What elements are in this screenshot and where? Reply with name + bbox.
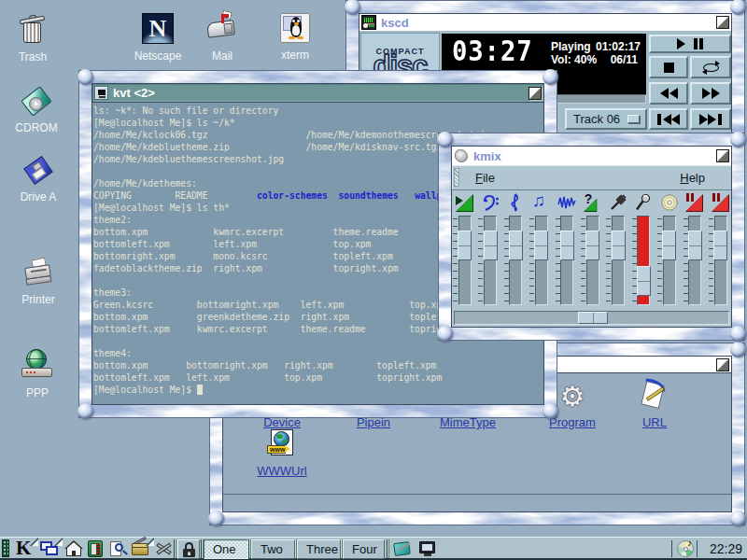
rewind-button[interactable]: [649, 82, 688, 105]
bass-icon[interactable]: [481, 193, 500, 212]
volume-slider[interactable]: [529, 216, 554, 305]
desktop-icon-xterm[interactable]: xterm: [276, 13, 314, 62]
panel-handle[interactable]: [2, 539, 9, 557]
slider-handle[interactable]: [662, 231, 676, 260]
desktop-icon-label: Trash: [9, 50, 56, 63]
kfm-item-url[interactable]: URL: [617, 381, 692, 430]
track-selector[interactable]: Track 06: [565, 108, 647, 130]
desktop-icon-ppp[interactable]: PPP: [11, 349, 63, 399]
slider-groove: [688, 216, 701, 305]
wave-icon[interactable]: [557, 193, 576, 212]
tray-separator: [671, 540, 672, 557]
slider-handle[interactable]: [713, 231, 727, 260]
treble-icon[interactable]: [506, 193, 525, 212]
slider-handle[interactable]: [560, 231, 574, 260]
pager-desktop-four[interactable]: Four: [343, 539, 385, 559]
url-icon: [638, 381, 671, 412]
volume-slider[interactable]: [656, 216, 682, 305]
desktop: Trash CDROM Drive A Printer PPP N Netsca…: [0, 0, 747, 560]
lcd-status: Playing: [551, 40, 591, 53]
maximize-button[interactable]: [716, 16, 729, 29]
window-list-button[interactable]: [39, 539, 60, 558]
settings-button[interactable]: [154, 539, 175, 558]
next-track-button[interactable]: [690, 108, 731, 130]
slider-handle[interactable]: [534, 231, 548, 260]
pager-desktop-three[interactable]: Three: [297, 539, 341, 559]
desktop-icon-printer[interactable]: Printer: [15, 258, 62, 306]
phonebook-button[interactable]: [86, 539, 106, 558]
desktop-icon-label: Mail: [204, 49, 241, 63]
volume-slider[interactable]: [605, 216, 630, 305]
next-track-icon: [699, 114, 708, 125]
home-button[interactable]: [63, 539, 84, 558]
microphone-icon[interactable]: [634, 193, 653, 212]
corner-bump: [543, 403, 558, 419]
volume-slider[interactable]: [452, 216, 477, 305]
slider-handle[interactable]: [612, 231, 626, 260]
tray-kscd[interactable]: ♪: [676, 539, 697, 558]
panel-separator: [387, 539, 389, 558]
taskbar-clock: 22:29: [710, 541, 742, 556]
menubar-handle[interactable]: [454, 168, 459, 187]
kscd-titlebar[interactable]: kscd: [359, 14, 731, 31]
previous-track-button[interactable]: [649, 108, 688, 130]
fast-forward-button[interactable]: [690, 82, 731, 105]
muted-icon[interactable]: [712, 193, 730, 212]
menu-file[interactable]: File: [475, 171, 495, 185]
scrollbar-thumb[interactable]: [578, 312, 608, 324]
terminal-output: ls: ~k*: No such file or directory[Me@lo…: [93, 105, 497, 396]
utilities-button[interactable]: [131, 539, 151, 558]
taskbar-app-kvt[interactable]: [417, 539, 438, 558]
taskbar-app-kjots[interactable]: [393, 539, 414, 558]
pager-desktop-two[interactable]: Two: [251, 539, 295, 559]
volume-slider[interactable]: [631, 216, 656, 305]
pager-desktop-one[interactable]: One: [204, 539, 248, 559]
terminal-line: [93, 274, 497, 287]
volume-slider[interactable]: [683, 216, 708, 305]
menu-help[interactable]: Help: [680, 171, 705, 185]
floppy-icon: [23, 155, 53, 185]
kmix-scrollbar[interactable]: [454, 311, 729, 325]
slider-handle[interactable]: [637, 266, 651, 296]
lcd-volume: Vol: 40%: [551, 53, 597, 66]
muted-icon[interactable]: [685, 193, 704, 212]
volume-slider[interactable]: [503, 216, 529, 305]
volume-slider[interactable]: [580, 216, 605, 305]
maximize-button[interactable]: [529, 87, 542, 100]
desktop-icon-cdrom[interactable]: CDROM: [13, 86, 60, 134]
slider-handle[interactable]: [458, 231, 472, 260]
terminal-line: fadetoblacktheme.zip right.xpm topright.…: [93, 262, 497, 274]
slider-handle[interactable]: [585, 231, 599, 260]
slider-groove: [714, 216, 727, 305]
lock-screen-button[interactable]: [177, 539, 200, 559]
mixer-channel-wave: [555, 190, 580, 309]
music-note-icon: ♪: [687, 538, 692, 548]
unknown-icon[interactable]: ?: [584, 193, 602, 212]
maximize-button[interactable]: [716, 149, 729, 162]
slider-groove: [612, 216, 625, 305]
desktop-icon-netscape[interactable]: N Netscape: [130, 13, 186, 63]
play-pause-button[interactable]: [649, 35, 731, 53]
stop-button[interactable]: [649, 56, 688, 78]
volume-slider[interactable]: [708, 216, 733, 305]
desktop-icon-mail[interactable]: Mail: [204, 14, 241, 63]
kfm-item-wwwurl[interactable]: www WWWUrl: [245, 429, 319, 479]
corner-bump: [78, 403, 93, 419]
slider-handle[interactable]: [509, 231, 523, 260]
kmix-titlebar[interactable]: kmix: [452, 147, 731, 165]
maximize-button[interactable]: [716, 358, 729, 371]
repeat-button[interactable]: [690, 56, 731, 78]
volume-slider[interactable]: [555, 216, 580, 305]
line-in-icon[interactable]: [609, 193, 627, 212]
volume-icon[interactable]: [456, 193, 474, 212]
desktop-icon-drive-a[interactable]: Drive A: [15, 155, 62, 203]
find-files-button[interactable]: [108, 539, 129, 558]
volume-slider[interactable]: [477, 216, 502, 305]
desktop-icon-trash[interactable]: Trash: [9, 15, 56, 63]
slider-handle[interactable]: [688, 231, 702, 260]
kvt-titlebar[interactable]: kvt <2>: [92, 84, 543, 102]
k-menu-button[interactable]: K: [15, 539, 35, 558]
cd-icon[interactable]: [660, 193, 679, 212]
slider-handle[interactable]: [484, 231, 498, 260]
synth-icon[interactable]: ♫: [532, 193, 551, 212]
